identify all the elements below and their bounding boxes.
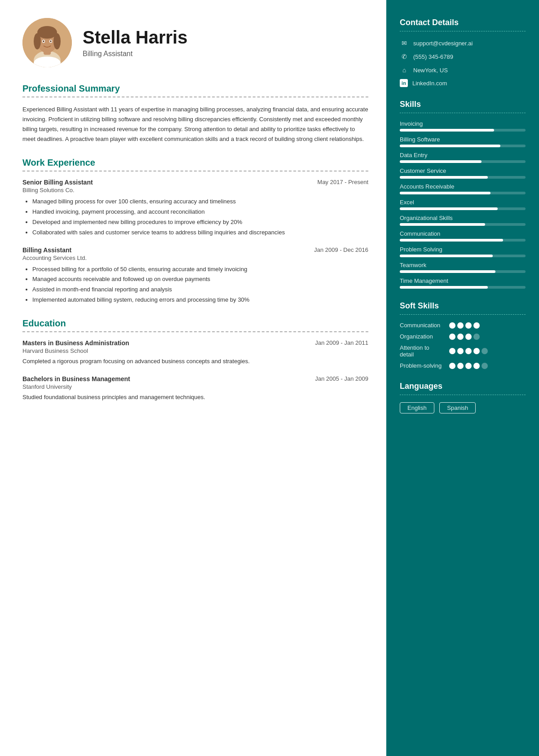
skill-bar-fill bbox=[400, 192, 490, 194]
svg-point-4 bbox=[37, 26, 57, 39]
skill-bar-bg bbox=[400, 145, 526, 147]
linkedin-icon: in bbox=[400, 79, 408, 87]
soft-skill-name: Attention to detail bbox=[400, 344, 449, 358]
soft-skills-divider bbox=[400, 314, 526, 315]
soft-skills-list: CommunicationOrganizationAttention to de… bbox=[400, 322, 526, 369]
skill-bar-bg bbox=[400, 207, 526, 210]
email-icon: ✉ bbox=[400, 39, 409, 48]
skill-bar-fill bbox=[400, 160, 482, 163]
skill-item: Accounts Receivable bbox=[400, 183, 526, 194]
skill-item: Problem Solving bbox=[400, 246, 526, 257]
job-bullets-2: Processed billing for a portfolio of 50 … bbox=[22, 265, 368, 305]
work-experience-title: Work Experience bbox=[22, 158, 368, 168]
soft-skill-name: Problem-solving bbox=[400, 362, 449, 369]
skill-bar-bg bbox=[400, 223, 526, 226]
contact-location: ⌂ NewYork, US bbox=[400, 66, 526, 75]
dot-filled bbox=[473, 322, 480, 329]
edu-desc-2: Studied foundational business principles… bbox=[22, 393, 368, 402]
bullet: Handled invoicing, payment processing, a… bbox=[32, 207, 368, 217]
summary-section: Professional Summary Experienced Billing… bbox=[22, 84, 368, 144]
soft-skill-item: Attention to detail bbox=[400, 344, 526, 358]
skill-name: Customer Service bbox=[400, 167, 526, 174]
edu-date-1: Jan 2009 - Jan 2011 bbox=[315, 339, 368, 346]
dot-filled bbox=[449, 334, 455, 340]
skill-bar-bg bbox=[400, 160, 526, 163]
skill-bar-fill bbox=[400, 176, 488, 179]
dot-filled bbox=[449, 348, 455, 354]
edu-degree-2: Bachelors in Business Management bbox=[22, 375, 130, 382]
skill-item: Time Management bbox=[400, 277, 526, 289]
bullet: Managed accounts receivable and followed… bbox=[32, 275, 368, 284]
soft-skill-item: Communication bbox=[400, 322, 526, 329]
soft-skill-name: Organization bbox=[400, 333, 449, 340]
dot-filled bbox=[465, 363, 472, 369]
languages-divider bbox=[400, 395, 526, 395]
skills-section: Skills Invoicing Billing Software Data E… bbox=[400, 100, 526, 289]
bullet: Managed billing process for over 100 cli… bbox=[32, 197, 368, 207]
edu-school-2: Stanford University bbox=[22, 383, 368, 390]
dot-filled bbox=[449, 322, 455, 329]
dots-container bbox=[449, 322, 480, 329]
dots-container bbox=[449, 348, 488, 354]
language-english: English bbox=[400, 402, 434, 413]
skill-name: Organizational Skills bbox=[400, 215, 526, 221]
contact-linkedin: in LinkedIn.com bbox=[400, 79, 526, 87]
bullet: Developed and implemented new billing pr… bbox=[32, 218, 368, 227]
skill-bar-bg bbox=[400, 286, 526, 289]
edu-header-1: Masters in Business Administration Jan 2… bbox=[22, 339, 368, 347]
avatar bbox=[22, 18, 72, 67]
work-experience-section: Work Experience Senior Billing Assistant… bbox=[22, 158, 368, 304]
summary-text: Experienced Billing Assistant with 11 ye… bbox=[22, 105, 368, 144]
skill-bar-fill bbox=[400, 270, 495, 273]
dot-filled bbox=[465, 322, 472, 329]
education-item: Masters in Business Administration Jan 2… bbox=[22, 339, 368, 366]
location-text: NewYork, US bbox=[413, 67, 448, 74]
dot-filled bbox=[465, 334, 472, 340]
bullet: Collaborated with sales and customer ser… bbox=[32, 228, 368, 237]
linkedin-text: LinkedIn.com bbox=[412, 80, 447, 87]
summary-divider bbox=[22, 97, 368, 97]
skill-item: Communication bbox=[400, 230, 526, 242]
dots-container bbox=[449, 363, 488, 369]
soft-skills-title: Soft Skills bbox=[400, 301, 526, 311]
contact-title: Contact Details bbox=[400, 18, 526, 27]
skill-bar-bg bbox=[400, 176, 526, 179]
soft-skill-item: Organization bbox=[400, 333, 526, 340]
summary-title: Professional Summary bbox=[22, 84, 368, 94]
dot-filled bbox=[457, 322, 464, 329]
skill-name: Excel bbox=[400, 199, 526, 206]
dot-filled bbox=[473, 348, 480, 354]
soft-skills-section: Soft Skills CommunicationOrganizationAtt… bbox=[400, 301, 526, 369]
skills-title: Skills bbox=[400, 100, 526, 109]
job-company-1: Billing Solutions Co. bbox=[22, 187, 368, 193]
skills-list: Invoicing Billing Software Data Entry Cu… bbox=[400, 120, 526, 289]
header-info: Stella Harris Billing Assistant bbox=[83, 27, 187, 58]
education-item: Bachelors in Business Management Jan 200… bbox=[22, 375, 368, 402]
skill-name: Time Management bbox=[400, 277, 526, 284]
skill-name: Accounts Receivable bbox=[400, 183, 526, 190]
soft-skill-item: Problem-solving bbox=[400, 362, 526, 369]
candidate-job-title: Billing Assistant bbox=[83, 50, 187, 58]
edu-date-2: Jan 2005 - Jan 2009 bbox=[315, 375, 368, 382]
job-bullets-1: Managed billing process for over 100 cli… bbox=[22, 197, 368, 237]
bullet: Processed billing for a portfolio of 50 … bbox=[32, 265, 368, 274]
svg-point-11 bbox=[50, 40, 52, 42]
svg-point-10 bbox=[43, 40, 44, 42]
job-header-1: Senior Billing Assistant May 2017 - Pres… bbox=[22, 179, 368, 186]
skill-bar-bg bbox=[400, 129, 526, 132]
skill-bar-fill bbox=[400, 223, 485, 226]
edu-school-1: Harvard Business School bbox=[22, 347, 368, 354]
location-icon: ⌂ bbox=[400, 66, 409, 75]
skill-item: Teamwork bbox=[400, 262, 526, 273]
skill-bar-fill bbox=[400, 145, 500, 147]
skill-item: Customer Service bbox=[400, 167, 526, 179]
education-section: Education Masters in Business Administra… bbox=[22, 318, 368, 402]
bullet: Assisted in month-end financial reportin… bbox=[32, 285, 368, 294]
skill-name: Problem Solving bbox=[400, 246, 526, 253]
dot-filled bbox=[457, 348, 464, 354]
phone-text: (555) 345-6789 bbox=[413, 53, 453, 60]
skill-bar-bg bbox=[400, 255, 526, 257]
language-spanish: Spanish bbox=[439, 402, 476, 413]
skill-item: Excel bbox=[400, 199, 526, 210]
skill-item: Billing Software bbox=[400, 136, 526, 147]
